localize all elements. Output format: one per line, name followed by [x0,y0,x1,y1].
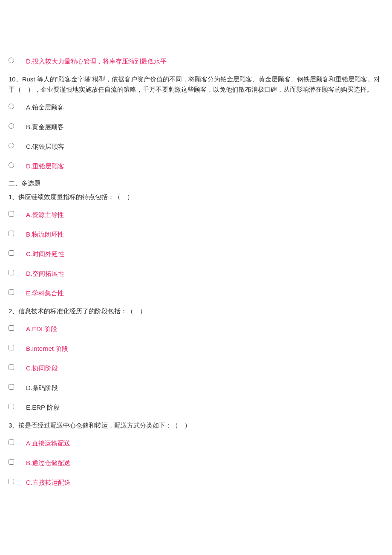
mq3-option-c-checkbox[interactable] [9,479,14,484]
mq2-option-b-label: B.Internet 阶段 [26,343,68,354]
q9-option-d-row: D.投入较大力量精心管理，将库存压缩到最低水平 [9,51,383,71]
mq3-option-c-row: C.直接转运配送 [9,472,383,492]
q10-option-a-radio[interactable] [9,104,14,109]
mq2-option-a-checkbox[interactable] [9,325,14,331]
mq2-option-e-label: E.ERP 阶段 [26,402,60,413]
q9-option-d-label: D.投入较大力量精心管理，将库存压缩到最低水平 [26,55,167,66]
q10-option-c-label: C.钢铁层顾客 [26,141,64,152]
mq1-option-d-checkbox[interactable] [9,270,14,275]
mq2-option-b-checkbox[interactable] [9,345,14,350]
mq1-option-b-checkbox[interactable] [9,231,14,236]
mq1-option-a-label: A.资源主导性 [26,209,64,220]
mq3-option-b-label: B.通过仓储配送 [26,457,70,468]
mq3-option-b-row: B.通过仓储配送 [9,453,383,472]
mq2-option-d-row: D.条码阶段 [9,378,383,397]
q10-option-a-row: A.铂金层顾客 [9,97,383,117]
mq1-option-c-row: C.时间外延性 [9,244,383,263]
mq1-option-d-label: D.空间拓展性 [26,268,64,279]
mq3-option-b-checkbox[interactable] [9,459,14,465]
mq2-option-a-label: A.EDI 阶段 [26,323,57,334]
q10-option-a-label: A.铂金层顾客 [26,101,64,113]
q10-option-d-radio[interactable] [9,162,14,168]
mq1-option-c-label: C.时间外延性 [26,248,64,259]
mq2-option-d-label: D.条码阶段 [26,382,58,393]
mq2-option-a-row: A.EDI 阶段 [9,319,383,338]
mq3-option-a-label: A.直接运输配送 [26,437,70,448]
mq1-option-a-row: A.资源主导性 [9,205,383,224]
mq1-option-e-label: E.学科集合性 [26,287,64,298]
mq2-option-e-checkbox[interactable] [9,404,14,409]
q10-option-c-radio[interactable] [9,143,14,148]
q10-option-b-radio[interactable] [9,123,14,129]
q10-option-c-row: C.钢铁层顾客 [9,136,383,156]
mq2-option-c-row: C.协同阶段 [9,358,383,378]
mq2-question-text: 2、信息技术的标准化经历了的阶段包括：（ ） [9,303,383,319]
mq1-option-b-row: B.物流闭环性 [9,224,383,244]
mq1-option-c-checkbox[interactable] [9,250,14,256]
mq1-option-e-row: E.学科集合性 [9,283,383,303]
q10-option-b-label: B.黄金层顾客 [26,121,64,132]
q10-option-b-row: B.黄金层顾客 [9,117,383,136]
q10-question-text: 10、Rust 等人的"顾客金字塔"模型，依据客户资产价值的不同，将顾客分为铂金… [9,71,383,97]
mq2-option-b-row: B.Internet 阶段 [9,338,383,358]
q9-option-d-radio[interactable] [9,58,14,63]
mq1-option-e-checkbox[interactable] [9,289,14,295]
mq2-option-d-checkbox[interactable] [9,384,14,390]
mq2-option-e-row: E.ERP 阶段 [9,397,383,417]
mq2-option-c-checkbox[interactable] [9,364,14,370]
mq2-option-c-label: C.协同阶段 [26,362,58,373]
mq3-option-c-label: C.直接转运配送 [26,477,71,488]
q10-option-d-row: D.重铅层顾客 [9,156,383,176]
mq1-question-text: 1、供应链绩效度量指标的特点包括：（ ） [9,188,383,205]
mq1-option-b-label: B.物流闭环性 [26,228,64,240]
mq1-option-d-row: D.空间拓展性 [9,263,383,283]
mq3-option-a-row: A.直接运输配送 [9,433,383,453]
mq3-question-text: 3、按是否经过配送中心仓储和转运，配送方式分类如下：（ ） [9,417,383,433]
mq1-option-a-checkbox[interactable] [9,211,14,217]
section-2-title: 二、多选题 [9,176,383,188]
mq3-option-a-checkbox[interactable] [9,439,14,445]
q10-option-d-label: D.重铅层顾客 [26,160,64,171]
